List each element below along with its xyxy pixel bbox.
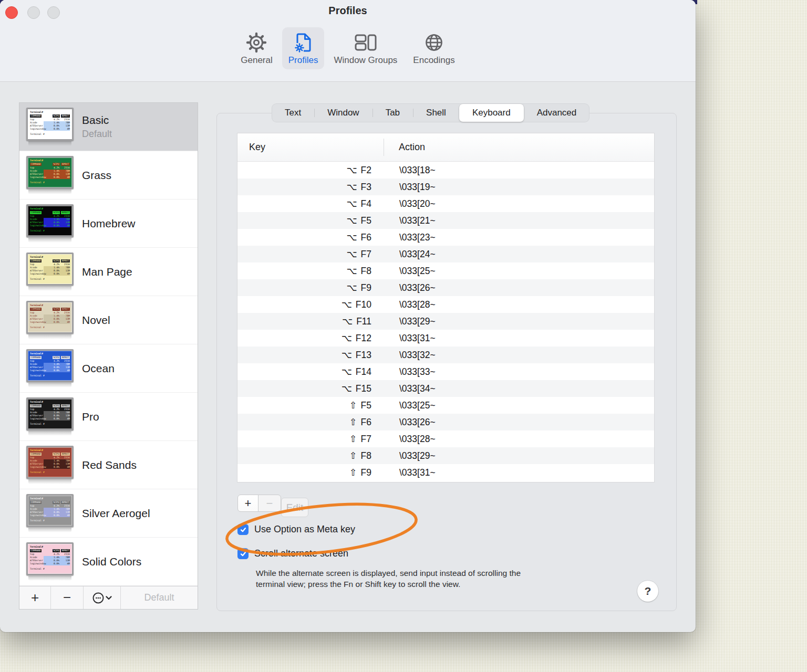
toolbar-item-encodings[interactable]: Encodings xyxy=(407,27,461,69)
add-profile-button[interactable]: + xyxy=(19,586,51,609)
tab-bar: Text Window Tab Shell Keyboard Advanced xyxy=(272,103,589,122)
profile-text: Pro xyxy=(82,411,99,423)
profile-list-item[interactable]: Terminal# COMMAND%CPURPRVT top4.2%231KXc… xyxy=(19,296,198,344)
key-action-row[interactable]: ⌥F13 \033[32~ xyxy=(237,346,654,363)
thumbnail-reflection xyxy=(28,528,71,532)
profile-list-item[interactable]: Terminal# COMMAND%CPURPRVT top4.2%231KXc… xyxy=(19,344,198,393)
key-action-row[interactable]: ⌥F12 \033[31~ xyxy=(237,330,654,346)
key-action-row[interactable]: ⇧F7 \033[28~ xyxy=(237,430,654,447)
tab-window[interactable]: Window xyxy=(314,104,372,122)
profile-list-item[interactable]: Terminal# COMMAND%CPURPRVT top4.2%231KXc… xyxy=(19,538,198,586)
key-action-row[interactable]: ⌥F7 \033[24~ xyxy=(237,246,654,262)
key-action-row[interactable]: ⌥F15 \033[34~ xyxy=(237,380,654,397)
profile-list-item[interactable]: Terminal# COMMAND%CPURPRVT top4.2%231KXc… xyxy=(19,441,198,489)
action-cell: \033[18~ xyxy=(371,165,436,176)
modifier-key-symbol: ⌥ xyxy=(346,165,357,175)
profile-list-item[interactable]: Terminal# COMMAND%CPURPRVT top4.2%231KXc… xyxy=(19,103,198,151)
terminal-preview: Terminal# COMMAND%CPURPRVT top4.2%231KXc… xyxy=(26,204,74,237)
profile-thumbnail: Terminal# COMMAND%CPURPRVT top4.2%231KXc… xyxy=(26,156,74,194)
profile-list-item[interactable]: Terminal# COMMAND%CPURPRVT top4.2%231KXc… xyxy=(19,393,198,441)
profile-thumbnail: Terminal# COMMAND%CPURPRVT top4.2%231KXc… xyxy=(26,204,74,243)
ellipsis-circle-chevron-icon xyxy=(91,591,113,605)
alternate-screen-footnote: While the alternate screen is displayed,… xyxy=(256,568,624,590)
terminal-preview: Terminal# COMMAND%CPURPRVT top4.2%231KXc… xyxy=(26,349,74,382)
profile-thumbnail: Terminal# COMMAND%CPURPRVT top4.2%231KXc… xyxy=(26,301,74,339)
profile-text: Red Sands xyxy=(82,459,137,471)
key-cell: ⌥F12 xyxy=(237,333,371,344)
toolbar-item-window-groups[interactable]: Window Groups xyxy=(327,27,404,69)
profile-text: Man Page xyxy=(82,266,132,278)
profile-list-item[interactable]: Terminal# COMMAND%CPURPRVT top4.2%231KXc… xyxy=(19,200,198,248)
profile-list-item[interactable]: Terminal# COMMAND%CPURPRVT top4.2%231KXc… xyxy=(19,151,198,200)
modifier-key-symbol: ⌥ xyxy=(346,282,357,293)
key-action-row[interactable]: ⌥F5 \033[21~ xyxy=(237,212,654,229)
profile-actions-menu-button[interactable] xyxy=(84,586,121,609)
modifier-key-symbol: ⌥ xyxy=(342,333,352,343)
add-key-mapping-button[interactable]: + xyxy=(237,495,258,512)
action-cell: \033[31~ xyxy=(371,467,436,478)
thumbnail-reflection xyxy=(28,141,71,146)
profile-list-item[interactable]: Terminal# COMMAND%CPURPRVT top4.2%231KXc… xyxy=(19,248,198,296)
action-cell: \033[29~ xyxy=(371,450,436,461)
modifier-key-symbol: ⇧ xyxy=(349,467,357,478)
remove-key-mapping-button[interactable]: − xyxy=(258,495,281,512)
edit-key-mapping-button[interactable]: Edit xyxy=(281,498,308,517)
thumbnail-reflection xyxy=(28,383,71,387)
remove-profile-button[interactable]: − xyxy=(51,586,84,609)
action-cell: \033[25~ xyxy=(371,266,436,277)
key-action-row[interactable]: ⇧F8 \033[29~ xyxy=(237,447,654,464)
profile-items: Terminal# COMMAND%CPURPRVT top4.2%231KXc… xyxy=(19,103,198,586)
key-action-row[interactable]: ⌥F4 \033[20~ xyxy=(237,195,654,212)
modifier-key-symbol: ⌥ xyxy=(342,316,353,327)
key-action-row[interactable]: ⌥F6 \033[23~ xyxy=(237,229,654,246)
column-header-key[interactable]: Key xyxy=(237,133,384,161)
profile-name: Ocean xyxy=(82,362,115,375)
action-cell: \033[31~ xyxy=(371,333,436,344)
checkbox-label: Scroll alternate screen xyxy=(254,548,348,559)
key-cell: ⇧F8 xyxy=(237,450,371,461)
thumbnail-reflection xyxy=(28,286,71,291)
key-action-row[interactable]: ⇧F9 \033[31~ xyxy=(237,464,654,481)
thumbnail-reflection xyxy=(28,576,71,581)
thumbnail-reflection xyxy=(28,190,71,194)
key-cell: ⌥F14 xyxy=(237,366,371,377)
terminal-preview: Terminal# COMMAND%CPURPRVT top4.2%231KXc… xyxy=(26,108,74,141)
action-cell: \033[34~ xyxy=(371,383,436,394)
gear-icon xyxy=(244,32,268,54)
column-header-action[interactable]: Action xyxy=(384,142,425,153)
toolbar-item-profiles[interactable]: Profiles xyxy=(282,27,325,69)
table-header: Key Action xyxy=(237,133,654,162)
modifier-key-symbol: ⌥ xyxy=(346,215,357,226)
tab-shell[interactable]: Shell xyxy=(413,104,459,122)
use-option-as-meta-key-checkbox[interactable] xyxy=(237,524,249,535)
default-button[interactable]: Default xyxy=(121,586,198,609)
profile-list-item[interactable]: Terminal# COMMAND%CPURPRVT top4.2%231KXc… xyxy=(19,489,198,538)
key-action-row[interactable]: ⌥F11 \033[29~ xyxy=(237,313,654,330)
key-cell: ⌥F7 xyxy=(237,249,371,260)
tab-advanced[interactable]: Advanced xyxy=(524,104,590,122)
key-action-row[interactable]: ⌥F10 \033[28~ xyxy=(237,296,654,313)
key-action-row[interactable]: ⌥F14 \033[33~ xyxy=(237,363,654,380)
tab-tab[interactable]: Tab xyxy=(373,104,413,122)
key-cell: ⇧F5 xyxy=(237,400,371,411)
key-cell: ⌥F4 xyxy=(237,198,371,209)
key-cell: ⌥F5 xyxy=(237,215,371,226)
use-option-as-meta-key-row: Use Option as Meta key xyxy=(237,524,355,535)
key-action-row[interactable]: ⌥F8 \033[25~ xyxy=(237,262,654,279)
toolbar-label: Window Groups xyxy=(334,55,397,66)
key-action-row[interactable]: ⌥F2 \033[18~ xyxy=(237,162,654,178)
toolbar-item-general[interactable]: General xyxy=(234,27,278,69)
key-action-row[interactable]: ⇧F6 \033[26~ xyxy=(237,414,654,430)
terminal-preview: Terminal# COMMAND%CPURPRVT top4.2%231KXc… xyxy=(26,253,74,286)
tab-keyboard[interactable]: Keyboard xyxy=(459,104,524,122)
help-button[interactable]: ? xyxy=(637,581,658,602)
key-cell: ⇧F9 xyxy=(237,467,371,478)
key-action-row[interactable]: ⌥F9 \033[26~ xyxy=(237,279,654,296)
key-action-rows[interactable]: ⌥F2 \033[18~ ⌥F3 \033[19~ ⌥F4 \033[20~ ⌥… xyxy=(237,162,654,482)
key-action-row[interactable]: ⇧F5 \033[25~ xyxy=(237,397,654,414)
toolbar: General xyxy=(0,27,696,69)
key-action-row[interactable]: ⌥F3 \033[19~ xyxy=(237,178,654,195)
desktop: { "window": { "title": "Profiles" }, "to… xyxy=(0,0,807,672)
tab-text[interactable]: Text xyxy=(272,104,314,122)
scroll-alternate-screen-checkbox[interactable] xyxy=(237,548,249,559)
